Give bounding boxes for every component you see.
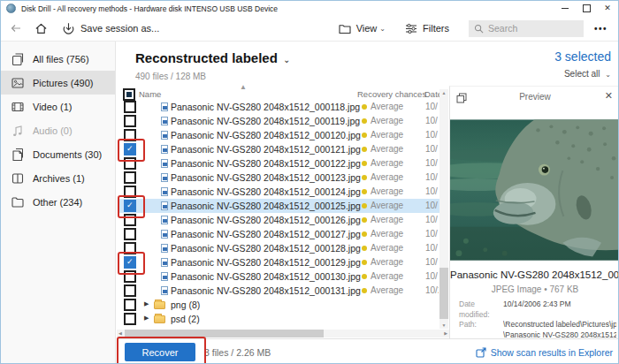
folder-row[interactable]: ▶psd (2) — [119, 312, 439, 326]
maximize-button[interactable] — [576, 1, 597, 16]
search-input[interactable]: Search — [469, 20, 584, 37]
show-scan-results-link[interactable]: Show scan results in Explorer — [476, 347, 613, 358]
annotation-box-recover — [117, 337, 206, 364]
file-date: 10/ — [425, 172, 439, 182]
column-recovery-chances[interactable]: Recovery chances — [357, 89, 426, 99]
recovery-chance-label: Average — [371, 271, 403, 281]
file-name: Panasonic NV-GS280 2048x1512_000118.jpg — [171, 102, 360, 112]
recovery-chance-dot — [362, 161, 367, 166]
file-row[interactable]: Panasonic NV-GS280 2048x1512_000121.jpgA… — [119, 142, 439, 156]
open-external-icon — [476, 347, 486, 358]
minimize-button[interactable] — [554, 1, 576, 16]
other-icon — [11, 195, 25, 209]
row-checkbox[interactable] — [124, 313, 136, 325]
file-name: Panasonic NV-GS280 2048x1512_000121.jpg — [171, 144, 361, 155]
save-session-button[interactable] — [62, 22, 75, 35]
expand-arrow-icon[interactable]: ▶ — [144, 315, 149, 322]
file-name: Panasonic NV-GS280 2048x1512_000119.jpg — [171, 116, 360, 126]
row-checkbox[interactable] — [124, 115, 136, 127]
recovery-chance-dot — [362, 274, 367, 279]
sidebar-item-label: Audio (0) — [33, 125, 73, 136]
view-folder-icon — [339, 23, 351, 34]
scroll-up-icon[interactable]: ▲ — [439, 90, 448, 95]
save-session-label[interactable]: Save session as... — [80, 23, 159, 34]
expand-arrow-icon[interactable]: ▶ — [144, 300, 149, 307]
image-file-icon — [161, 244, 168, 253]
preview-close-icon[interactable]: ✕ — [605, 90, 613, 102]
close-button[interactable]: ✕ — [597, 1, 618, 16]
row-checkbox[interactable] — [124, 171, 136, 184]
row-checkbox[interactable] — [124, 284, 136, 297]
column-name[interactable]: Name — [139, 89, 161, 99]
sidebar-item-archives[interactable]: Archives (1) — [1, 166, 115, 190]
view-button[interactable]: View ⌄ — [339, 23, 386, 34]
home-button[interactable] — [34, 22, 48, 35]
file-date: 10/ — [425, 130, 439, 140]
recovery-chance-label: Average — [371, 158, 403, 168]
preview-header: Preview ✕ — [450, 87, 619, 108]
annotation-box-checkbox — [118, 252, 145, 275]
file-name: Panasonic NV-GS280 2048x1512_000129.jpg — [171, 257, 361, 268]
folder-name: psd (2) — [171, 314, 200, 324]
preview-title: Preview — [450, 92, 619, 102]
folder-row[interactable]: ▶png (8) — [119, 298, 439, 312]
row-checkbox[interactable] — [124, 101, 136, 113]
file-date: 10/ — [425, 243, 439, 253]
list-header: Name ▲ Recovery chances Date — [119, 89, 439, 100]
sidebar-item-pictures[interactable]: Pictures (490) — [1, 71, 115, 95]
file-date: 10/ — [425, 229, 439, 239]
sort-asc-icon[interactable]: ▲ — [240, 83, 247, 91]
file-row[interactable]: Panasonic NV-GS280 2048x1512_000131.jpgA… — [119, 284, 439, 298]
annotation-box-checkbox — [118, 195, 145, 218]
file-count-summary: 490 files / 128 MB — [135, 72, 206, 81]
recovery-chance-label: Average — [371, 243, 403, 253]
recovery-chance-label: Average — [371, 215, 403, 224]
page-title[interactable]: Reconstructed labeled⌄ — [135, 50, 290, 65]
row-checkbox[interactable] — [124, 299, 136, 311]
sidebar-item-documents[interactable]: Documents (30) — [1, 142, 115, 166]
file-row[interactable]: Panasonic NV-GS280 2048x1512_000118.jpgA… — [119, 100, 439, 114]
select-all-button[interactable]: Select all ⌄ — [564, 69, 611, 79]
back-button[interactable] — [10, 22, 22, 34]
vertical-scrollbar-thumb[interactable] — [439, 268, 448, 319]
vertical-scrollbar[interactable]: ▲ ▼ — [439, 89, 448, 329]
sidebar-item-video[interactable]: Video (1) — [1, 95, 115, 118]
sidebar-item-all-files[interactable]: All files (756) — [1, 47, 115, 71]
file-list: Panasonic NV-GS280 2048x1512_000118.jpgA… — [119, 100, 439, 326]
filters-button[interactable]: Filters — [405, 23, 449, 34]
titlebar: Disk Drill - All recovery methods - Hard… — [1, 1, 618, 16]
folder-name: png (8) — [171, 300, 200, 310]
sidebar-item-other[interactable]: Other (234) — [1, 190, 115, 214]
file-row[interactable]: Panasonic NV-GS280 2048x1512_000122.jpgA… — [119, 156, 439, 171]
more-button[interactable]: ••• — [594, 24, 608, 34]
file-date: 10/ — [425, 116, 439, 125]
file-row[interactable]: Panasonic NV-GS280 2048x1512_000126.jpgA… — [119, 213, 439, 227]
recovery-chance-dot — [362, 175, 367, 180]
preview-panel: Preview ✕ — [449, 86, 619, 338]
scroll-right-icon[interactable]: ▶ — [444, 330, 447, 336]
file-row[interactable]: Panasonic NV-GS280 2048x1512_000130.jpgA… — [119, 269, 439, 284]
recovery-chance-label: Average — [371, 102, 403, 111]
file-row[interactable]: Panasonic NV-GS280 2048x1512_000124.jpgA… — [119, 185, 439, 199]
recovery-chance-dot — [362, 133, 367, 138]
file-row[interactable]: Panasonic NV-GS280 2048x1512_000123.jpgA… — [119, 171, 439, 185]
file-row[interactable]: Panasonic NV-GS280 2048x1512_000119.jpgA… — [119, 114, 439, 128]
row-checkbox[interactable] — [124, 228, 136, 240]
scroll-down-icon[interactable]: ▼ — [439, 322, 448, 328]
minimize-icon — [562, 8, 569, 9]
sidebar-item-audio[interactable]: Audio (0) — [1, 118, 115, 142]
file-name: Panasonic NV-GS280 2048x1512_000122.jpg — [171, 158, 361, 169]
preview-details: Date modified:10/14/2006 2:43 PM Path:\R… — [459, 300, 616, 340]
select-all-checkbox[interactable] — [123, 88, 135, 101]
file-name: Panasonic NV-GS280 2048x1512_000124.jpg — [171, 186, 361, 197]
recovery-chance-dot — [362, 104, 367, 110]
sidebar-item-label: All files (756) — [33, 54, 89, 64]
scroll-left-icon[interactable]: ◀ — [118, 330, 122, 336]
file-row[interactable]: Panasonic NV-GS280 2048x1512_000129.jpgA… — [119, 255, 439, 269]
file-row[interactable]: Panasonic NV-GS280 2048x1512_000127.jpgA… — [119, 227, 439, 241]
file-row[interactable]: Panasonic NV-GS280 2048x1512_000120.jpgA… — [119, 128, 439, 142]
file-row[interactable]: Panasonic NV-GS280 2048x1512_000128.jpgA… — [119, 241, 439, 255]
save-session-icon — [62, 22, 75, 35]
file-row[interactable]: Panasonic NV-GS280 2048x1512_000125.jpgA… — [119, 199, 439, 213]
image-file-icon — [161, 258, 168, 267]
